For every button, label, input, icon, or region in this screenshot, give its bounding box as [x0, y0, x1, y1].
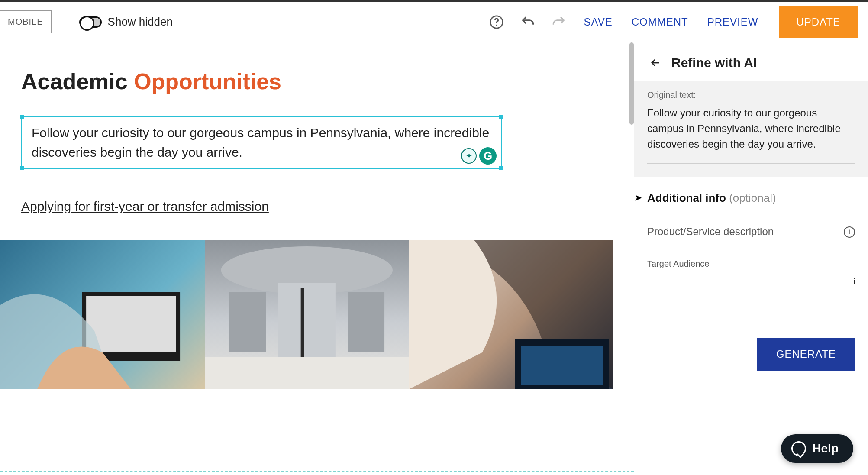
info-icon[interactable]: i: [844, 226, 855, 238]
arrow-left-icon[interactable]: [649, 56, 662, 69]
selection-handle[interactable]: [499, 115, 503, 119]
product-description-placeholder: Product/Service description: [647, 226, 774, 238]
original-text-box: Original text: Follow your curiosity to …: [634, 81, 868, 177]
page-title[interactable]: Academic Opportunities: [21, 68, 613, 94]
svg-rect-3: [86, 296, 176, 352]
mouse-cursor-icon: ➤: [634, 192, 642, 204]
target-audience-label: Target Audience: [647, 259, 855, 269]
show-hidden-toggle[interactable]: [79, 16, 102, 28]
additional-info-label: Additional info: [647, 191, 729, 204]
main-area: Academic Opportunities Follow your curio…: [0, 42, 868, 475]
refine-ai-panel: Refine with AI Original text: Follow you…: [634, 42, 868, 475]
additional-info-heading: Additional info (optional): [647, 191, 855, 205]
panel-body: ➤ Additional info (optional) Product/Ser…: [634, 177, 868, 475]
help-label: Help: [812, 442, 839, 456]
editor-toolbar: MOBILE Show hidden SAVE COMMENT PREVIEW …: [0, 0, 868, 42]
info-icon[interactable]: i: [853, 278, 855, 285]
page-title-part1: Academic: [21, 69, 134, 94]
content-image-1[interactable]: [0, 240, 205, 389]
additional-info-optional: (optional): [729, 191, 776, 204]
content-image-2[interactable]: [205, 240, 409, 389]
lightbulb-icon[interactable]: ✦: [461, 148, 477, 164]
original-text-label: Original text:: [647, 90, 855, 100]
svg-point-1: [496, 24, 497, 26]
svg-rect-11: [521, 346, 603, 385]
device-mobile-chip[interactable]: MOBILE: [0, 10, 52, 33]
selected-paragraph-text: Follow your curiosity to our gorgeous ca…: [32, 126, 489, 159]
selection-handle[interactable]: [20, 166, 24, 170]
update-button[interactable]: UPDATE: [779, 6, 858, 38]
editor-canvas[interactable]: Academic Opportunities Follow your curio…: [0, 42, 634, 475]
image-row: [0, 240, 613, 389]
svg-rect-8: [300, 288, 304, 361]
grammarly-icon[interactable]: G: [479, 147, 497, 165]
selection-handle[interactable]: [20, 115, 24, 119]
divider: [647, 163, 855, 164]
show-hidden-toggle-group: Show hidden: [79, 15, 173, 29]
comment-button[interactable]: COMMENT: [627, 16, 693, 28]
save-button[interactable]: SAVE: [580, 16, 617, 28]
chat-bubble-icon: [791, 441, 806, 456]
selection-handle[interactable]: [499, 166, 503, 170]
show-hidden-label: Show hidden: [108, 15, 173, 29]
generate-button[interactable]: GENERATE: [757, 338, 855, 371]
selected-text-block[interactable]: Follow your curiosity to our gorgeous ca…: [21, 116, 502, 169]
apply-admission-link[interactable]: Applying for first-year or transfer admi…: [21, 199, 269, 214]
svg-rect-5: [229, 292, 266, 352]
svg-rect-6: [348, 292, 384, 352]
help-circle-icon[interactable]: [486, 12, 507, 32]
product-description-input[interactable]: Product/Service description i: [647, 223, 855, 244]
preview-button[interactable]: PREVIEW: [703, 16, 763, 28]
target-audience-input[interactable]: i: [647, 269, 855, 290]
redo-icon: [549, 12, 569, 32]
panel-title: Refine with AI: [671, 55, 757, 70]
original-text-content: Follow your curiosity to our gorgeous ca…: [647, 105, 855, 152]
content-image-3[interactable]: [409, 240, 613, 389]
help-button[interactable]: Help: [781, 434, 853, 463]
page-title-accent: Opportunities: [134, 69, 281, 94]
svg-rect-9: [205, 357, 409, 389]
grammarly-widget: ✦ G: [461, 147, 497, 165]
svg-rect-7: [278, 283, 335, 365]
panel-header: Refine with AI: [634, 42, 868, 81]
undo-icon[interactable]: [517, 12, 538, 32]
canvas-scrollbar[interactable]: [629, 42, 634, 125]
